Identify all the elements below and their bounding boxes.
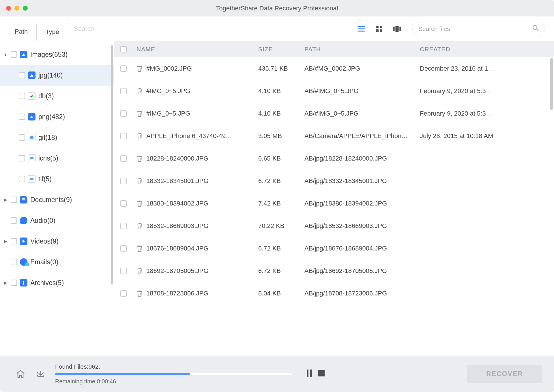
checkbox[interactable] <box>11 217 17 224</box>
table-row[interactable]: APPLE_iPhone 6_43740-49… 3.05 MB AB/Came… <box>114 125 554 147</box>
trash-icon <box>136 245 143 252</box>
preview-view-icon[interactable] <box>393 25 401 33</box>
checkbox[interactable] <box>11 197 17 203</box>
row-checkbox[interactable] <box>120 110 127 117</box>
table-row[interactable]: 18692-18705005.JPG 6.72 KB AB/jpg/18692-… <box>114 260 554 282</box>
checkbox[interactable] <box>11 238 17 244</box>
trash-icon <box>136 65 143 72</box>
trash-icon <box>136 178 143 184</box>
table-row[interactable]: 18332-18345001.JPG 6.72 KB AB/jpg/18332-… <box>114 170 554 192</box>
checkbox[interactable] <box>19 93 25 99</box>
close-window-button[interactable] <box>6 6 11 11</box>
table-row[interactable]: #IMG_0~5.JPG 4.10 KB AB/#IMG_0~5.JPG Feb… <box>114 102 554 125</box>
window-title: TogetherShare Data Recovery Professional <box>0 5 554 12</box>
sidebar-label: jpg(140) <box>38 71 63 79</box>
export-button[interactable] <box>35 368 46 380</box>
row-checkbox[interactable] <box>120 268 127 274</box>
sidebar-item-db[interactable]: db(3) <box>0 86 114 106</box>
sidebar-label: tif(5) <box>38 175 52 183</box>
file-name: #MG_0002.JPG <box>146 65 192 72</box>
checkbox[interactable] <box>19 72 25 78</box>
row-checkbox[interactable] <box>120 200 127 207</box>
inline-search-hint[interactable]: Search <box>74 25 94 33</box>
category-sidebar: ▼ Images(653) jpg(140) db(3) png(482) <box>0 41 114 356</box>
sidebar-mode-tabs: Path Type <box>6 16 68 41</box>
table-row[interactable]: #MG_0002.JPG 435.71 KB AB/#MG_0002.JPG D… <box>114 57 554 80</box>
table-row[interactable]: #IMG_0~5.JPG 4.10 KB AB/#IMG_0~5.JPG Feb… <box>114 80 554 102</box>
file-name: 18532-18669003.JPG <box>146 222 208 230</box>
svg-line-11 <box>536 29 538 31</box>
sidebar-item-videos[interactable]: ▶ Videos(9) <box>0 231 114 252</box>
file-path: AB/#IMG_0~5.JPG <box>304 87 420 95</box>
svg-rect-3 <box>376 26 379 28</box>
sidebar-item-jpg[interactable]: jpg(140) <box>0 65 114 86</box>
checkbox[interactable] <box>19 155 25 161</box>
row-checkbox[interactable] <box>120 155 127 162</box>
disclosure-triangle-icon[interactable]: ▶ <box>3 197 8 202</box>
row-checkbox[interactable] <box>120 290 127 297</box>
svg-rect-34 <box>307 370 308 377</box>
search-icon <box>532 24 539 33</box>
trash-icon <box>136 267 143 274</box>
sidebar-item-icns[interactable]: icns(5) <box>0 148 114 169</box>
archives-folder-icon <box>20 279 27 287</box>
sidebar-label: Documents(9) <box>30 196 72 204</box>
row-checkbox[interactable] <box>120 65 127 72</box>
table-row[interactable]: 18228-18240000.JPG 6.65 KB AB/jpg/18228-… <box>114 147 554 170</box>
home-button[interactable] <box>15 368 26 380</box>
select-all-checkbox[interactable] <box>120 46 127 52</box>
row-checkbox[interactable] <box>120 133 127 139</box>
table-row[interactable]: 18676-18689004.JPG 6.72 KB AB/jpg/18676-… <box>114 237 554 260</box>
progress-fill <box>55 373 190 375</box>
disclosure-triangle-icon[interactable]: ▶ <box>3 280 8 285</box>
checkbox[interactable] <box>19 114 25 120</box>
checkbox[interactable] <box>11 259 17 265</box>
grid-view-icon[interactable] <box>375 25 383 33</box>
sidebar-label: Images(653) <box>30 51 68 59</box>
row-checkbox[interactable] <box>120 88 127 94</box>
checkbox[interactable] <box>19 176 25 182</box>
sidebar-item-images[interactable]: ▼ Images(653) <box>0 44 114 65</box>
sidebar-item-audio[interactable]: Audio(0) <box>0 210 114 231</box>
sidebar-item-tif[interactable]: tif(5) <box>0 169 114 189</box>
recover-button[interactable]: RECOVER <box>467 365 542 383</box>
file-created: December 23, 2016 at 1… <box>420 65 554 72</box>
column-size[interactable]: SIZE <box>258 46 304 53</box>
sidebar-label: Archives(5) <box>30 279 64 287</box>
pause-button[interactable] <box>306 370 312 378</box>
tab-path[interactable]: Path <box>6 22 36 41</box>
stop-button[interactable] <box>318 370 325 378</box>
row-checkbox[interactable] <box>120 245 127 252</box>
sidebar-item-emails[interactable]: Emails(0) <box>0 252 114 272</box>
table-row[interactable]: 18708-18723006.JPG 8.04 KB AB/jpg/18708-… <box>114 282 554 305</box>
search-files-input[interactable]: Search files <box>412 22 545 36</box>
sidebar-item-png[interactable]: png(482) <box>0 106 114 127</box>
view-mode-switcher <box>358 25 401 33</box>
file-type-icon <box>28 134 35 141</box>
svg-rect-5 <box>376 29 379 32</box>
table-body[interactable]: #MG_0002.JPG 435.71 KB AB/#MG_0002.JPG D… <box>114 57 554 356</box>
row-checkbox[interactable] <box>120 178 127 184</box>
sidebar-item-archives[interactable]: ▶ Archives(5) <box>0 272 114 293</box>
zoom-window-button[interactable] <box>23 6 28 11</box>
tab-type[interactable]: Type <box>36 23 68 41</box>
checkbox[interactable] <box>19 134 25 141</box>
disclosure-triangle-icon[interactable]: ▶ <box>3 239 8 244</box>
table-row[interactable]: 18380-18394002.JPG 7.42 KB AB/jpg/18380-… <box>114 192 554 215</box>
column-path[interactable]: PATH <box>304 46 420 53</box>
minimize-window-button[interactable] <box>14 6 19 11</box>
file-size: 6.72 KB <box>258 245 304 252</box>
file-path: AB/jpg/18380-18394002.JPG <box>304 200 420 207</box>
checkbox[interactable] <box>11 280 17 286</box>
checkbox[interactable] <box>11 51 17 58</box>
trash-icon <box>136 133 143 140</box>
sidebar-item-gif[interactable]: gif(18) <box>0 127 114 148</box>
row-checkbox[interactable] <box>120 223 127 229</box>
sidebar-item-documents[interactable]: ▶ Documents(9) <box>0 189 114 210</box>
table-scrollbar[interactable] <box>550 58 553 110</box>
column-created[interactable]: CREATED <box>420 46 554 53</box>
column-name[interactable]: NAME <box>134 46 258 53</box>
list-view-icon[interactable] <box>358 25 365 33</box>
table-row[interactable]: 18532-18669003.JPG 70.22 KB AB/jpg/18532… <box>114 215 554 237</box>
disclosure-triangle-icon[interactable]: ▼ <box>3 52 8 57</box>
